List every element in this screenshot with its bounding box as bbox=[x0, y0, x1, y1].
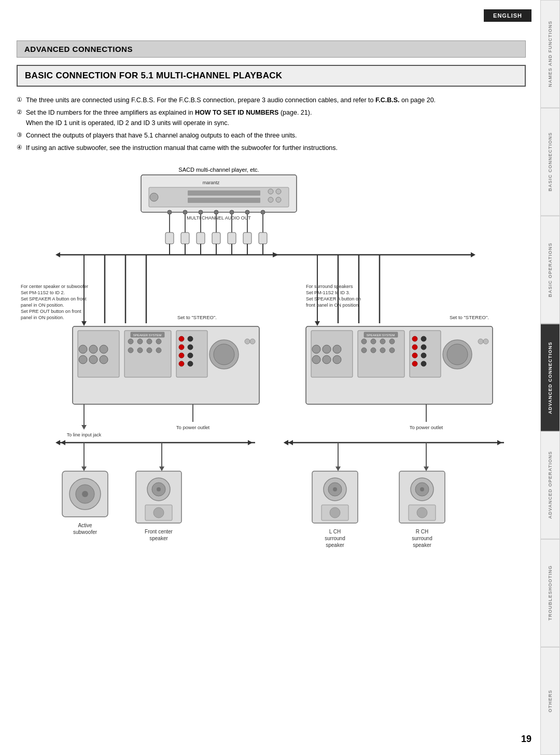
svg-point-88 bbox=[250, 339, 255, 344]
svg-text:SPEAKER SYSTEM: SPEAKER SYSTEM bbox=[367, 334, 395, 337]
svg-text:surround: surround bbox=[412, 536, 432, 541]
svg-text:To power outlet: To power outlet bbox=[176, 424, 210, 430]
svg-rect-26 bbox=[197, 232, 205, 244]
svg-point-70 bbox=[137, 339, 143, 344]
svg-point-177 bbox=[417, 507, 427, 518]
svg-text:Front center: Front center bbox=[145, 529, 173, 534]
svg-point-82 bbox=[188, 353, 193, 358]
svg-marker-35 bbox=[81, 321, 87, 326]
svg-rect-27 bbox=[212, 232, 220, 244]
sidebar-tab-basic-connections[interactable]: BASIC CONNECTIONS bbox=[540, 108, 560, 216]
svg-marker-96 bbox=[248, 440, 253, 445]
svg-point-67 bbox=[89, 355, 97, 364]
svg-point-128 bbox=[323, 345, 331, 353]
svg-point-15 bbox=[245, 210, 249, 214]
svg-marker-182 bbox=[284, 440, 288, 445]
svg-rect-59 bbox=[124, 331, 171, 377]
svg-text:front panel in ON position.: front panel in ON position. bbox=[306, 303, 360, 308]
svg-point-79 bbox=[179, 345, 184, 350]
svg-point-148 bbox=[421, 361, 426, 366]
svg-point-152 bbox=[483, 339, 488, 344]
svg-point-78 bbox=[188, 336, 193, 341]
svg-point-72 bbox=[156, 339, 161, 344]
svg-point-9 bbox=[276, 197, 281, 202]
svg-point-11 bbox=[183, 210, 187, 214]
svg-marker-160 bbox=[335, 466, 341, 471]
svg-point-63 bbox=[79, 345, 87, 353]
svg-point-81 bbox=[179, 353, 184, 358]
svg-text:panel in ON position.: panel in ON position. bbox=[21, 303, 64, 308]
svg-text:For surround speakers: For surround speakers bbox=[306, 284, 353, 289]
svg-text:panel in ON position.: panel in ON position. bbox=[21, 315, 64, 320]
svg-marker-33 bbox=[55, 252, 60, 257]
svg-rect-122 bbox=[311, 331, 353, 377]
svg-point-168 bbox=[330, 507, 340, 518]
svg-point-80 bbox=[188, 345, 193, 350]
svg-marker-97 bbox=[55, 440, 60, 445]
svg-point-166 bbox=[333, 487, 337, 491]
svg-marker-156 bbox=[497, 440, 502, 445]
svg-text:speaker: speaker bbox=[326, 542, 344, 548]
svg-text:L CH: L CH bbox=[329, 529, 341, 534]
svg-point-86 bbox=[214, 344, 234, 365]
svg-point-16 bbox=[261, 210, 265, 214]
svg-marker-162 bbox=[424, 466, 429, 471]
instruction-1: ① The three units are connected using F.… bbox=[17, 95, 526, 105]
instruction-4: ④ If using an active subwoofer, see the … bbox=[17, 143, 526, 153]
svg-text:SPEAKER SYSTEM: SPEAKER SYSTEM bbox=[133, 334, 162, 337]
instruction-2: ② Set the ID numbers for the three ampli… bbox=[17, 107, 526, 128]
sidebar-tab-advanced-operations[interactable]: ADVANCED OPERATIONS bbox=[540, 431, 560, 539]
svg-text:speaker: speaker bbox=[149, 536, 168, 541]
svg-rect-25 bbox=[181, 232, 189, 244]
svg-text:To power outlet: To power outlet bbox=[410, 424, 443, 430]
svg-point-137 bbox=[361, 348, 367, 353]
svg-point-66 bbox=[79, 355, 87, 364]
sidebar-tab-basic-operations[interactable]: BASIC OPERATIONS bbox=[540, 216, 560, 324]
svg-point-77 bbox=[179, 336, 184, 341]
multi-channel-label: MULTI CHANNEL AUDIO OUT bbox=[187, 215, 251, 221]
section-title: BASIC CONNECTION FOR 5.1 MULTI-CHANNEL P… bbox=[17, 65, 526, 87]
svg-rect-24 bbox=[165, 232, 174, 244]
svg-text:Set SPEAKER A button on: Set SPEAKER A button on bbox=[306, 296, 361, 301]
svg-point-132 bbox=[333, 355, 341, 364]
svg-point-138 bbox=[371, 348, 376, 353]
instructions-list: ① The three units are connected using F.… bbox=[17, 95, 526, 153]
svg-text:Set PRE OUT button on front: Set PRE OUT button on front bbox=[21, 309, 81, 314]
sidebar: NAMES AND FUNCTIONS BASIC CONNECTIONS BA… bbox=[540, 0, 560, 755]
svg-text:R CH: R CH bbox=[416, 529, 428, 534]
advanced-connections-header: ADVANCED CONNECTIONS bbox=[17, 40, 526, 58]
svg-point-131 bbox=[323, 355, 331, 364]
svg-rect-4 bbox=[188, 190, 260, 196]
svg-point-10 bbox=[167, 210, 172, 214]
sidebar-tab-names[interactable]: NAMES AND FUNCTIONS bbox=[540, 0, 560, 108]
svg-marker-95 bbox=[61, 440, 65, 445]
svg-rect-58 bbox=[78, 331, 119, 377]
connection-diagram: SACD multi-channel player, etc. marantz … bbox=[17, 162, 525, 567]
sidebar-tab-others[interactable]: OTHERS bbox=[540, 647, 560, 755]
svg-point-111 bbox=[157, 487, 161, 491]
svg-text:Set PM-11S2 to ID 2.: Set PM-11S2 to ID 2. bbox=[21, 290, 65, 295]
svg-point-141 bbox=[412, 336, 417, 341]
sidebar-tab-advanced-connections[interactable]: ADVANCED CONNECTIONS bbox=[540, 324, 560, 432]
svg-point-113 bbox=[153, 507, 164, 518]
svg-text:marantz: marantz bbox=[203, 180, 220, 185]
svg-text:surround: surround bbox=[325, 536, 345, 541]
svg-point-69 bbox=[128, 339, 133, 344]
svg-point-65 bbox=[100, 345, 108, 353]
svg-point-13 bbox=[214, 210, 218, 214]
svg-text:Set to "STEREO".: Set to "STEREO". bbox=[450, 314, 489, 320]
svg-text:speaker: speaker bbox=[413, 542, 431, 548]
svg-text:subwoofer: subwoofer bbox=[73, 529, 97, 535]
svg-rect-30 bbox=[259, 232, 267, 244]
svg-point-73 bbox=[128, 348, 133, 353]
svg-point-144 bbox=[421, 345, 426, 350]
svg-point-75 bbox=[147, 348, 152, 353]
sidebar-tab-troubleshooting[interactable]: TROUBLESHOOTING bbox=[540, 539, 560, 647]
svg-marker-99 bbox=[81, 466, 87, 471]
page-number: 19 bbox=[521, 734, 531, 745]
svg-marker-92 bbox=[81, 425, 87, 430]
svg-point-12 bbox=[199, 210, 203, 214]
svg-marker-101 bbox=[159, 466, 164, 471]
svg-point-130 bbox=[312, 355, 320, 364]
svg-text:Set PM-11S2 to ID 3.: Set PM-11S2 to ID 3. bbox=[306, 290, 350, 295]
